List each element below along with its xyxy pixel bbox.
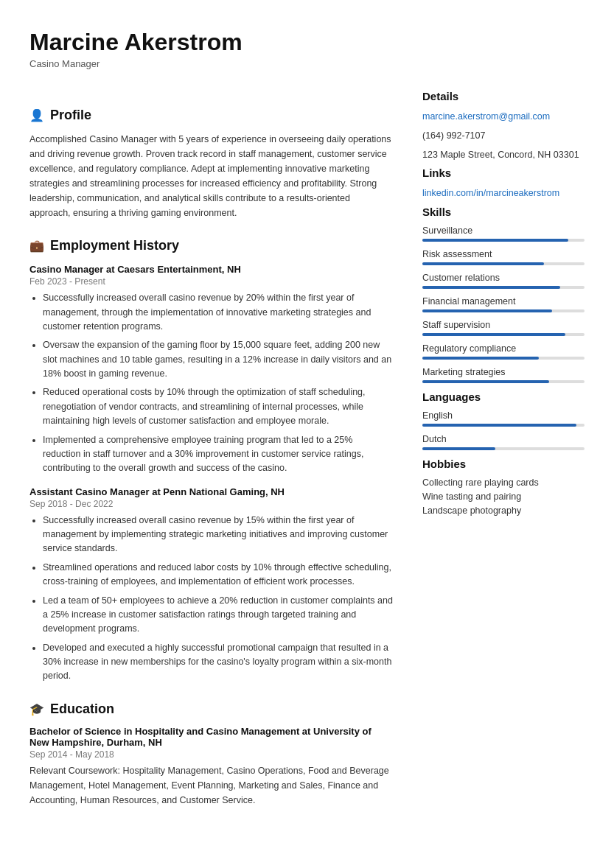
skill-bar-bg-3 [422, 309, 585, 312]
languages-section: Languages English Dutch [422, 391, 585, 450]
job-1: Casino Manager at Caesars Entertainment,… [29, 264, 393, 476]
profile-icon: 👤 [29, 108, 44, 122]
linkedin-link[interactable]: linkedin.com/in/marcineakerstrom [422, 188, 559, 198]
hobbies-heading: Hobbies [422, 458, 585, 470]
lang-bar-fill-1 [422, 447, 495, 450]
job-2-bullet-1: Successfully increased overall casino re… [43, 514, 393, 556]
job-2-bullets: Successfully increased overall casino re… [29, 514, 393, 684]
lang-item-1: Dutch [422, 434, 585, 450]
lang-bar-bg-0 [422, 424, 585, 427]
employment-section: 💼 Employment History Casino Manager at C… [29, 238, 393, 684]
right-column: Details marcine.akerstrom@gmail.com (164… [422, 90, 585, 808]
lang-bar-fill-0 [422, 424, 576, 427]
skill-bar-bg-0 [422, 239, 585, 242]
job-1-title: Casino Manager at Caesars Entertainment,… [29, 264, 393, 275]
skill-bar-fill-5 [422, 357, 539, 360]
candidate-title: Casino Manager [29, 58, 585, 69]
education-icon: 🎓 [29, 702, 44, 716]
hobbies-list: Collecting rare playing cardsWine tastin… [422, 477, 585, 516]
skill-label-5: Regulatory compliance [422, 343, 585, 354]
job-2: Assistant Casino Manager at Penn Nationa… [29, 486, 393, 684]
skill-item-0: Surveillance [422, 225, 585, 242]
job-1-bullets: Successfully increased overall casino re… [29, 291, 393, 476]
profile-label: Profile [50, 108, 91, 123]
skill-item-3: Financial management [422, 296, 585, 312]
languages-list: English Dutch [422, 410, 585, 450]
skills-list: Surveillance Risk assessment Customer re… [422, 225, 585, 383]
job-2-bullet-2: Streamlined operations and reduced labor… [43, 561, 393, 589]
employment-label: Employment History [50, 238, 179, 253]
edu-1-text: Relevant Coursework: Hospitality Managem… [29, 763, 393, 808]
skill-bar-bg-1 [422, 262, 585, 265]
employment-heading: 💼 Employment History [29, 238, 393, 253]
skill-item-5: Regulatory compliance [422, 343, 585, 360]
job-2-bullet-4: Developed and executed a highly successf… [43, 641, 393, 684]
skill-label-4: Staff supervision [422, 320, 585, 330]
profile-section: 👤 Profile Accomplished Casino Manager wi… [29, 108, 393, 220]
profile-text: Accomplished Casino Manager with 5 years… [29, 132, 393, 220]
skills-heading: Skills [422, 206, 585, 218]
skill-bar-fill-3 [422, 309, 552, 312]
skill-bar-fill-2 [422, 286, 560, 289]
hobby-item-2: Landscape photography [422, 505, 585, 516]
lang-bar-bg-1 [422, 447, 585, 450]
hobby-item-1: Wine tasting and pairing [422, 491, 585, 502]
skill-bar-bg-5 [422, 357, 585, 360]
skill-bar-bg-2 [422, 286, 585, 289]
edu-1-date: Sep 2014 - May 2018 [29, 749, 393, 760]
links-section: Links linkedin.com/in/marcineakerstrom [422, 167, 585, 200]
edu-entry-1: Bachelor of Science in Hospitality and C… [29, 726, 393, 808]
skill-bar-fill-4 [422, 333, 565, 336]
details-address: 123 Maple Street, Concord, NH 03301 [422, 148, 585, 162]
job-1-bullet-1: Successfully increased overall casino re… [43, 291, 393, 334]
candidate-name: Marcine Akerstrom [29, 29, 585, 55]
skill-label-1: Risk assessment [422, 249, 585, 259]
job-1-bullet-4: Implemented a comprehensive employee tra… [43, 433, 393, 476]
skill-label-0: Surveillance [422, 225, 585, 236]
education-label: Education [50, 701, 114, 717]
education-heading: 🎓 Education [29, 701, 393, 717]
links-linkedin: linkedin.com/in/marcineakerstrom [422, 186, 585, 200]
languages-heading: Languages [422, 391, 585, 403]
job-2-bullet-3: Led a team of 50+ employees to achieve a… [43, 594, 393, 637]
hobby-item-0: Collecting rare playing cards [422, 477, 585, 488]
page-layout: 👤 Profile Accomplished Casino Manager wi… [29, 90, 585, 808]
job-1-bullet-2: Oversaw the expansion of the gaming floo… [43, 338, 393, 381]
left-column: 👤 Profile Accomplished Casino Manager wi… [29, 90, 422, 808]
skill-item-6: Marketing strategies [422, 367, 585, 383]
employment-icon: 💼 [29, 239, 44, 253]
details-heading: Details [422, 90, 585, 102]
details-section: Details marcine.akerstrom@gmail.com (164… [422, 90, 585, 161]
lang-item-0: English [422, 410, 585, 427]
skill-bar-bg-6 [422, 380, 585, 383]
skill-item-4: Staff supervision [422, 320, 585, 336]
lang-label-0: English [422, 410, 585, 421]
profile-heading: 👤 Profile [29, 108, 393, 123]
hobbies-section: Hobbies Collecting rare playing cardsWin… [422, 458, 585, 516]
skill-label-2: Customer relations [422, 273, 585, 283]
job-2-title: Assistant Casino Manager at Penn Nationa… [29, 486, 393, 497]
email-link[interactable]: marcine.akerstrom@gmail.com [422, 111, 550, 122]
skill-item-2: Customer relations [422, 273, 585, 289]
skills-section: Skills Surveillance Risk assessment Cust… [422, 206, 585, 383]
job-1-date: Feb 2023 - Present [29, 276, 393, 287]
skill-bar-fill-6 [422, 380, 549, 383]
job-1-bullet-3: Reduced operational costs by 10% through… [43, 385, 393, 428]
skill-bar-fill-0 [422, 239, 568, 242]
skill-bar-bg-4 [422, 333, 585, 336]
skill-item-1: Risk assessment [422, 249, 585, 265]
links-heading: Links [422, 167, 585, 179]
details-phone: (164) 992-7107 [422, 129, 585, 143]
lang-label-1: Dutch [422, 434, 585, 444]
skill-label-3: Financial management [422, 296, 585, 307]
skill-bar-fill-1 [422, 262, 544, 265]
details-email: marcine.akerstrom@gmail.com [422, 110, 585, 124]
header: Marcine Akerstrom Casino Manager [29, 29, 585, 69]
education-section: 🎓 Education Bachelor of Science in Hospi… [29, 701, 393, 808]
edu-1-title: Bachelor of Science in Hospitality and C… [29, 726, 393, 748]
skill-label-6: Marketing strategies [422, 367, 585, 377]
job-2-date: Sep 2018 - Dec 2022 [29, 499, 393, 509]
